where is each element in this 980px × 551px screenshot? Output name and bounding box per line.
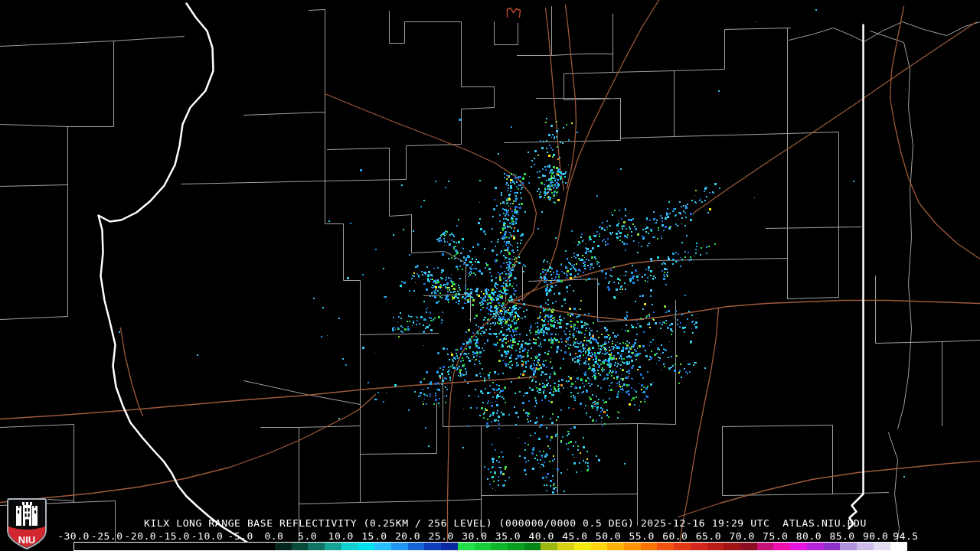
scale-label: 40.0 (529, 530, 554, 542)
colorbar-segment (358, 543, 375, 550)
colorbar-segment (508, 543, 524, 550)
scale-label: 75.0 (763, 530, 788, 542)
colorbar-segment (657, 543, 674, 550)
colorbar-segment (707, 543, 724, 550)
colorbar-segment (491, 543, 508, 550)
colorbar-segment (275, 543, 292, 550)
scale-label: 94.5 (893, 530, 918, 542)
colorbar-segment (591, 543, 608, 550)
scale-label: -30.0 (57, 530, 90, 542)
scale-label: 50.0 (596, 530, 621, 542)
colorbar-segment (325, 543, 341, 550)
colorbar-segment (557, 543, 574, 550)
colorbar-segment (724, 543, 740, 550)
scale-label: 45.0 (562, 530, 587, 542)
colorbar-segment (857, 543, 874, 550)
scale-label: 80.0 (796, 530, 822, 542)
colorbar-segment (740, 543, 757, 550)
colorbar-segment (391, 543, 408, 550)
colorbar-segment (641, 543, 658, 550)
scale-label: 5.0 (298, 530, 317, 542)
scale-label: 60.0 (662, 530, 688, 542)
radar-viewer: KILX LONG RANGE BASE REFLECTIVITY (0.25K… (0, 0, 980, 551)
colorbar-segment (674, 543, 691, 550)
scale-label: -5.0 (228, 530, 253, 542)
colorbar-segment (408, 543, 425, 550)
colorbar-segment (824, 543, 841, 550)
scale-label: 15.0 (361, 530, 387, 542)
legend-title: KILX LONG RANGE BASE REFLECTIVITY (0.25K… (15, 517, 980, 529)
scale-label: -20.0 (124, 530, 156, 542)
colorbar-segment (790, 543, 807, 550)
colorbar-segment (308, 543, 325, 550)
niu-logo: NIU (5, 498, 48, 550)
colorbar-segment (757, 543, 774, 550)
colorbar-segment (607, 543, 624, 550)
niu-logo-text: NIU (18, 534, 35, 546)
colorbar-segment (773, 543, 790, 550)
colorbar-segment (441, 543, 458, 550)
colorbar-segment (574, 543, 591, 550)
scale-label: 25.0 (429, 530, 454, 542)
colorbar-segment (475, 543, 492, 550)
scale-label: 85.0 (829, 530, 854, 542)
colorbar-segment (374, 543, 391, 550)
colorbar-segment (840, 543, 857, 550)
scale-label: 20.0 (395, 530, 420, 542)
colorbar-segment (874, 543, 890, 550)
colorbar-segment (341, 543, 358, 550)
colorbar-segment (807, 543, 824, 550)
colorbar-segment (624, 543, 641, 550)
colorbar-segment (524, 543, 541, 550)
scale-label: 55.0 (629, 530, 654, 542)
scale-label: -10.0 (191, 530, 224, 542)
scale-label: 90.0 (863, 530, 888, 542)
scale-label: 35.0 (495, 530, 521, 542)
scale-label: 65.0 (696, 530, 721, 542)
scale-label: -25.0 (91, 530, 123, 542)
scale-label: 0.0 (264, 530, 283, 542)
colorbar-segment (292, 543, 309, 550)
colorbar-segment (691, 543, 707, 550)
scale-label: 10.0 (328, 530, 354, 542)
scale-labels: -30.0-25.0-20.0-15.0-10.0-5.00.05.010.01… (0, 530, 980, 540)
colorbar-segment (541, 543, 557, 550)
colorbar-negative-segment (74, 543, 275, 550)
radar-map-canvas (0, 0, 980, 551)
scale-label: -15.0 (158, 530, 190, 542)
colorbar-segment (890, 543, 907, 550)
colorbar-segment (458, 543, 475, 550)
scale-label: 30.0 (462, 530, 487, 542)
colorbar (74, 542, 907, 551)
scale-label: 70.0 (729, 530, 754, 542)
colorbar-segment (424, 543, 441, 550)
